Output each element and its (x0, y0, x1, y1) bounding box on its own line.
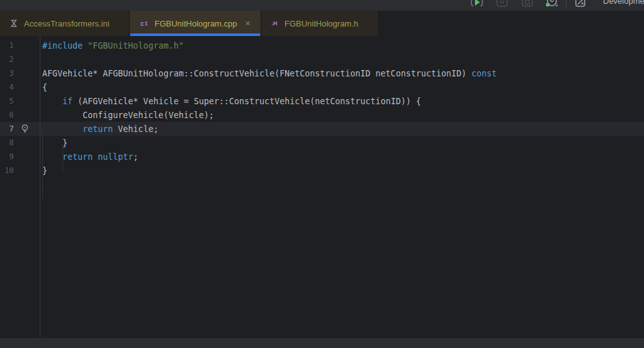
gutter-space (18, 108, 31, 122)
line-number[interactable]: 7 (0, 124, 14, 133)
line-number[interactable]: 10 (0, 166, 14, 175)
code-text: return Vehicle; (31, 124, 158, 134)
code-text: #include "FGBUnitHologram.h" (31, 41, 184, 51)
code-line[interactable]: 3AFGVehicle* AFGBUnitHologram::Construct… (0, 66, 644, 80)
code-text: { (31, 83, 47, 92)
code-line[interactable]: 8 } (0, 136, 644, 150)
code-text: if (AFGVehicle* Vehicle = Super::Constru… (31, 97, 421, 106)
gutter-space (18, 150, 31, 164)
tab-fgbunithologram-h[interactable]: .H FGBUnitHologram.h (262, 11, 378, 36)
tab-fgbunithologram-cpp[interactable]: c↥ FGBUnitHologram.cpp × (130, 11, 261, 36)
code-line[interactable]: 9 return nullptr; (0, 150, 644, 164)
line-number[interactable]: 5 (0, 97, 14, 105)
tab-label: FGBUnitHologram.h (284, 19, 358, 28)
code-text: } (31, 138, 67, 148)
code-lines: 1#include "FGBUnitHologram.h"23AFGVehicl… (0, 39, 644, 177)
code-text: ConfigureVehicle(Vehicle); (31, 111, 214, 120)
package-icon[interactable] (520, 0, 535, 9)
rider-link-icon[interactable] (573, 0, 588, 9)
code-editor[interactable]: 1#include "FGBUnitHologram.h"23AFGVehicl… (0, 36, 644, 337)
tab-access-transformers-ini[interactable]: AccessTransformers.ini (0, 11, 129, 36)
line-number[interactable]: 4 (0, 83, 14, 92)
line-number[interactable]: 3 (0, 69, 14, 78)
header-file-icon: .H (269, 18, 279, 28)
code-line[interactable]: 6 ConfigureVehicle(Vehicle); (0, 108, 644, 122)
run-configuration-name[interactable]: Developme (603, 0, 644, 6)
tab-label: AccessTransformers.ini (24, 19, 109, 28)
gutter-space (18, 80, 31, 94)
gutter-space (18, 94, 31, 108)
line-number[interactable]: 1 (0, 41, 14, 50)
editor-tab-bar: AccessTransformers.ini c↥ FGBUnitHologra… (0, 11, 644, 36)
code-line[interactable]: 7 return Vehicle; (0, 122, 644, 136)
gutter-space (18, 164, 31, 177)
code-line[interactable]: 10} (0, 164, 644, 177)
code-text: AFGVehicle* AFGBUnitHologram::ConstructV… (31, 69, 497, 78)
code-text: return nullptr; (31, 152, 138, 162)
gutter-space (18, 52, 31, 66)
intention-bulb-icon[interactable] (18, 122, 31, 136)
gutter-separator (40, 36, 40, 337)
code-line[interactable]: 2 (0, 52, 644, 66)
status-bar (0, 337, 644, 348)
code-line[interactable]: 1#include "FGBUnitHologram.h" (0, 39, 644, 52)
main-toolbar: Developme (0, 0, 644, 11)
code-line[interactable]: 5 if (AFGVehicle* Vehicle = Super::Const… (0, 94, 644, 108)
gutter-space (18, 66, 31, 80)
code-text: } (31, 166, 47, 176)
toolbar-divider (566, 0, 566, 7)
line-number[interactable]: 8 (0, 138, 14, 147)
tab-label: FGBUnitHologram.cpp (155, 19, 237, 28)
gutter-space (18, 136, 31, 150)
cpp-file-icon: c↥ (139, 18, 149, 28)
build-icon[interactable] (495, 0, 510, 9)
code-line[interactable]: 4{ (0, 80, 644, 94)
line-number[interactable]: 9 (0, 152, 14, 161)
line-number[interactable]: 6 (0, 111, 14, 119)
gutter-space (18, 39, 31, 52)
profiler-icon[interactable] (544, 0, 559, 9)
close-tab-icon[interactable]: × (245, 19, 250, 28)
ini-file-icon (9, 18, 19, 28)
run-build-icon[interactable] (469, 0, 484, 9)
line-number[interactable]: 2 (0, 55, 14, 64)
